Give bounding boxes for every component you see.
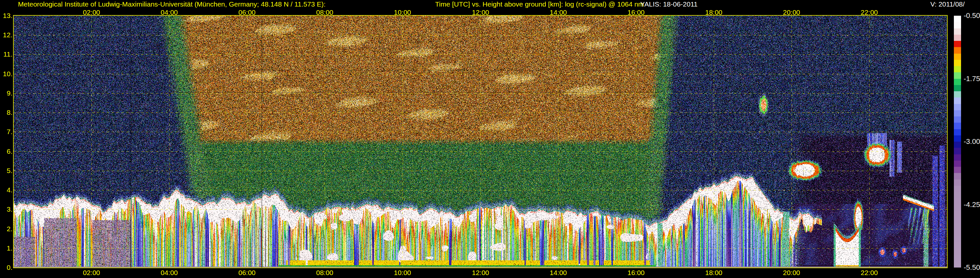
colorbar-band xyxy=(954,41,961,47)
colorbar-tick--1.75: -1.75 xyxy=(964,75,980,83)
plot-area xyxy=(14,16,947,268)
y-tick-11: 11. xyxy=(0,50,13,58)
y-tick-12: 12. xyxy=(0,31,13,39)
x-tick-top-08:00: 08:00 xyxy=(310,8,339,16)
colorbar-band xyxy=(954,104,961,110)
x-tick-bottom-20:00: 20:00 xyxy=(777,269,806,277)
colorbar-band xyxy=(954,148,961,154)
colorbar-band xyxy=(954,236,961,242)
colorbar-band xyxy=(954,85,961,91)
x-tick-top-02:00: 02:00 xyxy=(77,8,106,16)
colorbar-band xyxy=(954,167,961,173)
y-tick-13: 13. xyxy=(0,12,13,20)
y-tick-6: 6. xyxy=(0,147,13,155)
colorbar-tick--5.50: -5.50 xyxy=(964,263,980,272)
colorbar-band xyxy=(954,117,961,123)
colorbar-band xyxy=(954,54,961,60)
x-tick-bottom-02:00: 02:00 xyxy=(77,269,106,277)
colorbar-band xyxy=(954,47,961,53)
colorbar-band xyxy=(954,60,961,66)
colorbar-band xyxy=(954,211,961,217)
x-tick-top-16:00: 16:00 xyxy=(621,8,651,16)
y-tick-8: 8. xyxy=(0,109,13,117)
x-tick-top-20:00: 20:00 xyxy=(777,8,806,16)
colorbar xyxy=(954,16,961,268)
colorbar-band xyxy=(954,79,961,85)
x-tick-bottom-12:00: 12:00 xyxy=(466,269,495,277)
colorbar-band xyxy=(954,205,961,211)
colorbar-tick--3.00: -3.00 xyxy=(964,137,980,146)
colorbar-band xyxy=(954,35,961,41)
instrument-date: YALIS: 18-06-2011 xyxy=(640,0,698,8)
colorbar-band xyxy=(954,242,961,249)
colorbar-band xyxy=(954,66,961,72)
x-tick-bottom-04:00: 04:00 xyxy=(154,269,184,277)
x-tick-bottom-14:00: 14:00 xyxy=(544,269,573,277)
x-tick-bottom-22:00: 22:00 xyxy=(854,269,884,277)
plot-title: Time [UTC] vs. Height above ground [km]:… xyxy=(435,0,644,8)
colorbar-band xyxy=(954,186,961,192)
y-tick-0: 0. xyxy=(0,264,13,272)
colorbar-band xyxy=(954,123,961,129)
x-tick-top-14:00: 14:00 xyxy=(544,8,573,16)
x-tick-bottom-08:00: 08:00 xyxy=(310,269,339,277)
colorbar-band xyxy=(954,91,961,97)
x-tick-top-18:00: 18:00 xyxy=(699,8,729,16)
version-label: V: 2011/08/ xyxy=(930,0,965,8)
y-tick-1: 1. xyxy=(0,244,13,252)
colorbar-band xyxy=(954,110,961,117)
colorbar-band xyxy=(954,179,961,186)
colorbar-band xyxy=(954,249,961,255)
colorbar-band xyxy=(954,72,961,78)
colorbar-band xyxy=(954,217,961,224)
x-tick-bottom-16:00: 16:00 xyxy=(621,269,651,277)
x-tick-top-10:00: 10:00 xyxy=(388,8,417,16)
institute-title: Meteorological Institute of Ludwig-Maxim… xyxy=(18,0,326,8)
y-tick-3: 3. xyxy=(0,205,13,213)
y-tick-2: 2. xyxy=(0,225,13,233)
y-tick-5: 5. xyxy=(0,167,13,175)
lidar-quicklook-screen: { "header": { "left_title": "Meteorologi… xyxy=(0,0,980,278)
lidar-heatmap-canvas xyxy=(14,16,947,268)
y-tick-10: 10. xyxy=(0,70,13,78)
colorbar-band xyxy=(954,173,961,179)
colorbar-band xyxy=(954,16,961,22)
colorbar-band xyxy=(954,136,961,142)
colorbar-band xyxy=(954,29,961,35)
x-tick-bottom-06:00: 06:00 xyxy=(232,269,262,277)
colorbar-tick--0.50: -0.50 xyxy=(964,11,980,20)
colorbar-band xyxy=(954,255,961,261)
colorbar-band xyxy=(954,192,961,198)
colorbar-band xyxy=(954,129,961,136)
colorbar-band xyxy=(954,97,961,104)
x-tick-top-06:00: 06:00 xyxy=(232,8,262,16)
colorbar-band xyxy=(954,154,961,161)
colorbar-band xyxy=(954,230,961,236)
y-tick-4: 4. xyxy=(0,186,13,194)
colorbar-band xyxy=(954,22,961,28)
colorbar-band xyxy=(954,224,961,230)
x-tick-top-04:00: 04:00 xyxy=(154,8,184,16)
y-tick-7: 7. xyxy=(0,128,13,136)
colorbar-tick--4.25: -4.25 xyxy=(964,200,980,209)
colorbar-band xyxy=(954,142,961,148)
x-tick-top-12:00: 12:00 xyxy=(466,8,495,16)
y-tick-9: 9. xyxy=(0,89,13,97)
x-tick-top-22:00: 22:00 xyxy=(854,8,884,16)
x-tick-bottom-10:00: 10:00 xyxy=(388,269,417,277)
colorbar-band xyxy=(954,261,961,268)
x-tick-bottom-18:00: 18:00 xyxy=(699,269,729,277)
colorbar-band xyxy=(954,198,961,205)
colorbar-band xyxy=(954,161,961,167)
